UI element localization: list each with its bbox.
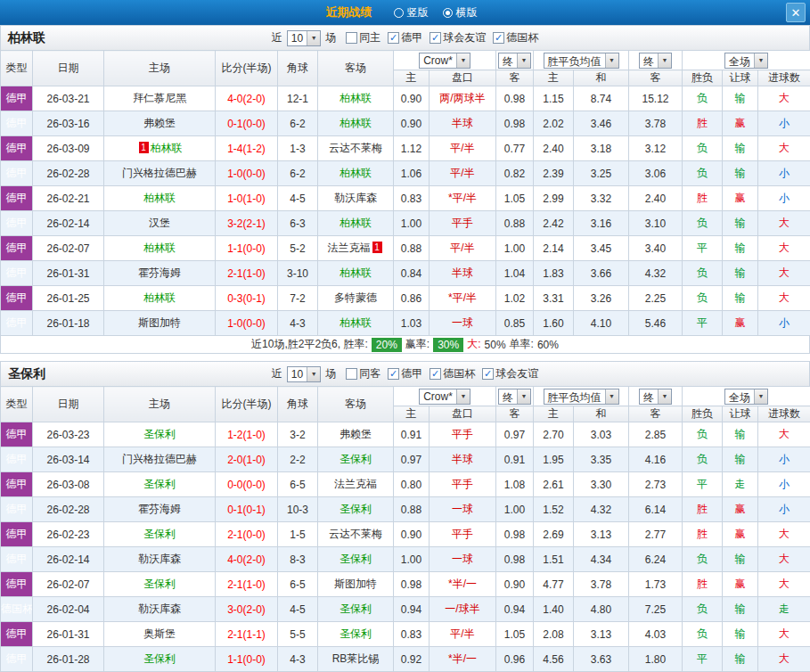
filter-checkbox[interactable]: 同主: [346, 30, 380, 45]
home-team-link[interactable]: 弗赖堡: [143, 117, 176, 129]
company-select[interactable]: Crow*▼: [419, 389, 470, 405]
home-team-cell[interactable]: 霍芬海姆: [104, 497, 216, 522]
score-link[interactable]: 3-2(2-1): [227, 217, 266, 230]
score-cell[interactable]: 1-0(0-0): [216, 161, 278, 186]
away-team-link[interactable]: 勒沃库森: [334, 192, 377, 204]
away-team-link[interactable]: 云达不莱梅: [329, 142, 382, 154]
home-team-link[interactable]: 霍芬海姆: [138, 503, 181, 515]
final-odds-select-2[interactable]: 终▼: [639, 389, 672, 405]
score-link[interactable]: 4-0(2-0): [227, 553, 266, 566]
away-team-cell[interactable]: 云达不莱梅: [318, 522, 394, 547]
final-odds-select-2[interactable]: 终▼: [639, 53, 672, 69]
score-cell[interactable]: 0-3(0-1): [216, 286, 278, 311]
home-team-link[interactable]: 勒沃库森: [138, 602, 181, 615]
filter-checkbox[interactable]: ✓德甲: [388, 30, 422, 45]
away-team-link[interactable]: 柏林联: [340, 167, 372, 179]
score-cell[interactable]: 2-0(1-0): [216, 447, 278, 472]
home-team-cell[interactable]: 汉堡: [104, 211, 216, 236]
away-team-link[interactable]: 圣保利: [340, 553, 372, 565]
score-link[interactable]: 3-0(2-0): [227, 603, 266, 616]
score-cell[interactable]: 1-0(1-0): [216, 186, 278, 211]
away-team-cell[interactable]: 圣保利: [318, 497, 394, 522]
scope-select[interactable]: 全场▼: [724, 53, 768, 69]
odds-avg-select[interactable]: 胜平负均值▼: [544, 389, 619, 405]
score-cell[interactable]: 4-0(2-0): [216, 86, 278, 111]
home-team-link[interactable]: 门兴格拉德巴赫: [122, 453, 197, 465]
score-cell[interactable]: 3-0(2-0): [216, 597, 278, 622]
score-link[interactable]: 2-1(1-0): [227, 267, 266, 280]
score-cell[interactable]: 2-1(1-0): [216, 261, 278, 286]
score-link[interactable]: 4-0(2-0): [227, 93, 266, 105]
filter-checkbox[interactable]: ✓球会友谊: [430, 30, 486, 45]
away-team-link[interactable]: 柏林联: [340, 316, 372, 329]
score-link[interactable]: 1-1(0-0): [227, 242, 266, 255]
score-link[interactable]: 1-4(1-2): [227, 143, 266, 155]
home-team-link[interactable]: 汉堡: [149, 217, 170, 229]
away-team-link[interactable]: 柏林联: [340, 92, 372, 104]
recent-count-select[interactable]: 10▼: [287, 30, 321, 46]
away-team-link[interactable]: 圣保利: [340, 627, 372, 640]
away-team-link[interactable]: RB莱比锡: [332, 652, 380, 665]
home-team-link[interactable]: 霍芬海姆: [138, 266, 181, 279]
home-team-link[interactable]: 勒沃库森: [138, 553, 181, 565]
away-team-cell[interactable]: 多特蒙德: [318, 286, 394, 311]
home-team-cell[interactable]: 柏林联: [104, 186, 216, 211]
filter-checkbox[interactable]: ✓德甲: [388, 366, 422, 381]
away-team-link[interactable]: 柏林联: [340, 217, 372, 229]
away-team-cell[interactable]: 柏林联: [318, 311, 394, 336]
score-cell[interactable]: 1-4(1-2): [216, 136, 278, 161]
score-cell[interactable]: 3-2(2-1): [216, 211, 278, 236]
home-team-link[interactable]: 圣保利: [143, 578, 176, 590]
home-team-cell[interactable]: 圣保利: [104, 522, 216, 547]
away-team-link[interactable]: 柏林联: [340, 266, 372, 279]
away-team-link[interactable]: 圣保利: [340, 503, 372, 515]
away-team-cell[interactable]: 弗赖堡: [318, 422, 394, 447]
home-team-link[interactable]: 奥斯堡: [143, 627, 176, 640]
home-team-cell[interactable]: 弗赖堡: [104, 111, 216, 136]
away-team-link[interactable]: 弗赖堡: [340, 428, 372, 440]
score-link[interactable]: 2-0(1-0): [227, 454, 266, 466]
away-team-cell[interactable]: 法兰克福1: [318, 236, 394, 261]
home-team-link[interactable]: 柏林联: [143, 242, 176, 254]
final-odds-select-1[interactable]: 终▼: [498, 53, 531, 69]
score-link[interactable]: 0-0(0-0): [227, 479, 266, 491]
away-team-cell[interactable]: 柏林联: [318, 211, 394, 236]
score-link[interactable]: 1-0(0-0): [227, 317, 266, 330]
score-link[interactable]: 1-0(0-0): [227, 168, 266, 180]
home-team-link[interactable]: 柏林联: [143, 192, 176, 204]
away-team-link[interactable]: 法兰克福: [328, 242, 371, 254]
home-team-cell[interactable]: 门兴格拉德巴赫: [104, 161, 216, 186]
home-team-link[interactable]: 斯图加特: [138, 316, 181, 329]
away-team-cell[interactable]: 柏林联: [318, 111, 394, 136]
home-team-link[interactable]: 柏林联: [143, 291, 176, 304]
score-cell[interactable]: 1-0(0-0): [216, 311, 278, 336]
layout-radio-vertical[interactable]: 竖版: [394, 5, 429, 20]
score-link[interactable]: 0-3(0-1): [227, 292, 266, 305]
layout-radio-horizontal[interactable]: 横版: [443, 5, 478, 20]
home-team-link[interactable]: 柏林联: [151, 142, 183, 154]
score-link[interactable]: 1-1(0-0): [227, 653, 266, 666]
home-team-cell[interactable]: 圣保利: [104, 422, 216, 447]
away-team-cell[interactable]: 柏林联: [318, 86, 394, 111]
away-team-cell[interactable]: RB莱比锡: [318, 647, 394, 672]
home-team-cell[interactable]: 拜仁慕尼黑: [104, 86, 216, 111]
home-team-cell[interactable]: 柏林联: [104, 286, 216, 311]
score-cell[interactable]: 2-1(1-0): [216, 572, 278, 597]
home-team-cell[interactable]: 勒沃库森: [104, 547, 216, 572]
home-team-cell[interactable]: 柏林联: [104, 236, 216, 261]
home-team-cell[interactable]: 勒沃库森: [104, 597, 216, 622]
away-team-link[interactable]: 柏林联: [340, 117, 372, 129]
home-team-link[interactable]: 圣保利: [143, 528, 176, 540]
home-team-cell[interactable]: 奥斯堡: [104, 622, 216, 647]
filter-checkbox[interactable]: 同客: [346, 366, 380, 381]
score-link[interactable]: 1-0(1-0): [227, 193, 266, 205]
home-team-link[interactable]: 圣保利: [143, 652, 176, 665]
score-link[interactable]: 2-1(1-0): [227, 578, 266, 591]
away-team-cell[interactable]: 圣保利: [318, 447, 394, 472]
away-team-cell[interactable]: 法兰克福: [318, 472, 394, 497]
away-team-link[interactable]: 多特蒙德: [334, 291, 377, 304]
away-team-cell[interactable]: 斯图加特: [318, 572, 394, 597]
home-team-cell[interactable]: 圣保利: [104, 647, 216, 672]
away-team-cell[interactable]: 柏林联: [318, 161, 394, 186]
away-team-link[interactable]: 法兰克福: [334, 478, 377, 490]
